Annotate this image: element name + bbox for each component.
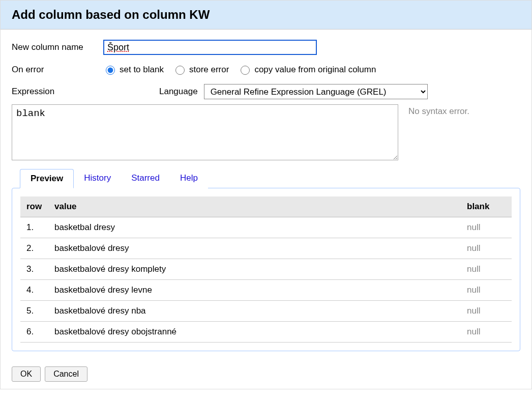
- table-row: 3.basketbalové dresy kompletynull: [20, 259, 512, 280]
- cell-row-number: 4.: [20, 280, 48, 301]
- col-header-result: blank: [461, 196, 512, 217]
- tab-help[interactable]: Help: [170, 169, 208, 188]
- cell-value: basketbalové dresy nba: [48, 301, 461, 322]
- radio-set-to-blank-input[interactable]: [106, 66, 115, 75]
- dialog-body: New column name On error set to blank st…: [1, 30, 531, 359]
- on-error-label: On error: [12, 65, 103, 75]
- row-on-error: On error set to blank store error copy v…: [12, 64, 520, 75]
- table-row: 4.basketbalové dresy levnenull: [20, 280, 512, 301]
- radio-copy-value-label: copy value from original column: [254, 65, 376, 75]
- col-header-value: value: [48, 196, 461, 217]
- radio-store-error-input[interactable]: [175, 66, 185, 75]
- column-name-label: New column name: [12, 42, 103, 52]
- cell-value: basketbalové dresy: [48, 238, 461, 259]
- cell-result: null: [461, 280, 512, 301]
- cell-value: basketbalové dresy levne: [48, 280, 461, 301]
- tab-history[interactable]: History: [74, 169, 121, 188]
- ok-button[interactable]: OK: [12, 366, 41, 382]
- dialog-header: Add column based on column KW: [1, 1, 531, 30]
- tab-strip: Preview History Starred Help: [20, 169, 520, 188]
- cell-value: basketbalové dresy komplety: [48, 259, 461, 280]
- table-row: 1.basketbal dresynull: [20, 217, 512, 238]
- cell-row-number: 6.: [20, 322, 48, 343]
- cell-row-number: 2.: [20, 238, 48, 259]
- cancel-button[interactable]: Cancel: [45, 366, 87, 382]
- expression-area-wrap: No syntax error.: [12, 104, 520, 160]
- column-name-input[interactable]: [103, 40, 317, 55]
- cell-result: null: [461, 322, 512, 343]
- radio-store-error[interactable]: store error: [173, 64, 229, 75]
- radio-store-error-label: store error: [189, 65, 229, 75]
- cell-row-number: 3.: [20, 259, 48, 280]
- radio-set-to-blank[interactable]: set to blank: [103, 64, 164, 75]
- cell-result: null: [461, 238, 512, 259]
- row-expression: Expression Language General Refine Expre…: [12, 84, 520, 99]
- table-row: 5.basketbalové dresy nbanull: [20, 301, 512, 322]
- syntax-status: No syntax error.: [408, 104, 469, 117]
- cell-row-number: 1.: [20, 217, 48, 238]
- cell-value: basketbalové dresy obojstranné: [48, 322, 461, 343]
- preview-header-row: row value blank: [20, 196, 512, 217]
- row-column-name: New column name: [12, 40, 520, 55]
- on-error-radio-group: set to blank store error copy value from…: [103, 64, 376, 75]
- preview-panel: row value blank 1.basketbal dresynull2.b…: [12, 188, 520, 351]
- language-label: Language: [159, 87, 198, 97]
- cell-value: basketbal dresy: [48, 217, 461, 238]
- radio-copy-value[interactable]: copy value from original column: [238, 64, 376, 75]
- radio-copy-value-input[interactable]: [241, 66, 250, 75]
- language-select[interactable]: General Refine Expression Language (GREL…: [204, 84, 428, 99]
- cell-result: null: [461, 259, 512, 280]
- col-header-row: row: [20, 196, 48, 217]
- tab-starred[interactable]: Starred: [121, 169, 170, 188]
- tab-preview[interactable]: Preview: [20, 169, 74, 188]
- preview-table: row value blank 1.basketbal dresynull2.b…: [20, 196, 512, 343]
- dialog-title: Add column based on column KW: [12, 8, 520, 22]
- cell-result: null: [461, 217, 512, 238]
- add-column-dialog: Add column based on column KW New column…: [0, 0, 532, 389]
- table-row: 6.basketbalové dresy obojstrannénull: [20, 322, 512, 343]
- cell-result: null: [461, 301, 512, 322]
- expression-label: Expression: [12, 87, 103, 97]
- dialog-footer: OK Cancel: [1, 359, 531, 389]
- expression-textarea[interactable]: [12, 104, 398, 160]
- table-row: 2.basketbalové dresynull: [20, 238, 512, 259]
- radio-set-to-blank-label: set to blank: [120, 65, 164, 75]
- cell-row-number: 5.: [20, 301, 48, 322]
